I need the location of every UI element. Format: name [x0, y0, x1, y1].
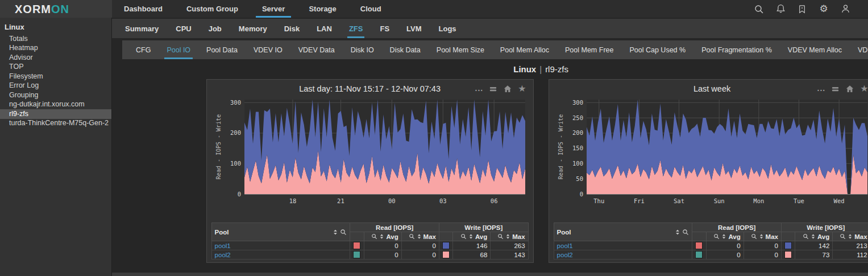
sidebar-item-top[interactable]: TOP [0, 63, 111, 72]
write-max-header[interactable]: Max [491, 232, 528, 241]
star-icon[interactable]: ★ [518, 84, 526, 93]
subnav-summary[interactable]: Summary [117, 19, 167, 38]
filter-search-icon[interactable] [371, 233, 377, 240]
sort-icon[interactable] [468, 233, 474, 240]
tab-vdev-mem-alloc[interactable]: VDEV Mem Alloc [780, 40, 850, 59]
read-avg-header[interactable]: Avg [364, 232, 401, 241]
tab-pool-mem-size[interactable]: Pool Mem Size [429, 40, 492, 59]
logo[interactable]: XORMON [0, 0, 112, 18]
tab-pool-fragmentation[interactable]: Pool Fragmentation % [693, 40, 780, 59]
pool2-link[interactable]: pool2 [554, 250, 692, 259]
sort-icon[interactable] [675, 229, 680, 236]
read-max-header[interactable]: Max [401, 232, 439, 241]
filter-search-icon[interactable] [460, 233, 467, 240]
read-max-value: 0 [401, 250, 439, 259]
write-avg-header[interactable]: Avg [453, 232, 491, 241]
write-avg-header[interactable]: Avg [795, 232, 833, 241]
more-icon[interactable]: ... [475, 87, 484, 90]
read-iops-group-header: Read [IOPS] [350, 223, 439, 232]
user-icon[interactable] [838, 2, 852, 16]
write-max-header[interactable]: Max [833, 232, 868, 241]
pool-column-header[interactable]: Pool [211, 223, 350, 241]
bell-icon[interactable] [774, 2, 787, 16]
sidebar-item-ng-dutkajr[interactable]: ng-dutkajr.int.xorux.com [0, 100, 111, 110]
subnav-zfs[interactable]: ZFS [340, 19, 372, 38]
chart2-plot[interactable]: 050100150200250300ThuFriSatSunMonTueWedR… [554, 96, 868, 219]
sidebar-item-totals[interactable]: Totals [0, 34, 111, 44]
gear-icon[interactable]: ⚙ [817, 2, 830, 16]
pool-column-header[interactable]: Pool [554, 223, 692, 241]
sidebar-item-error-log[interactable]: Error Log [0, 81, 111, 91]
sidebar-item-turda[interactable]: turda-ThinkCentre-M75q-Gen-2 [0, 119, 111, 129]
home-icon[interactable] [845, 84, 854, 93]
tab-pool-data[interactable]: Pool Data [198, 40, 246, 59]
tab-disk-io[interactable]: Disk IO [343, 40, 382, 59]
subnav-logs[interactable]: Logs [430, 19, 465, 38]
menu-icon[interactable] [831, 85, 840, 93]
read-avg-header[interactable]: Avg [706, 232, 744, 241]
filter-search-icon[interactable] [497, 233, 504, 240]
pool1-link[interactable]: pool1 [554, 241, 692, 250]
subnav-job[interactable]: Job [200, 19, 230, 38]
tab-vdev-io[interactable]: VDEV IO [246, 40, 290, 59]
menu-icon[interactable] [489, 85, 497, 93]
swatch-cell [781, 250, 795, 259]
topnav-storage[interactable]: Storage [297, 0, 348, 18]
filter-search-icon[interactable] [803, 233, 809, 240]
chart2-title: Last week [693, 84, 730, 93]
subnav-disk[interactable]: Disk [276, 19, 308, 38]
tab-cfg[interactable]: CFG [128, 40, 159, 59]
home-icon[interactable] [503, 84, 512, 93]
tab-pool-mem-alloc[interactable]: Pool Mem Alloc [492, 40, 557, 59]
filter-search-icon[interactable] [840, 233, 846, 240]
pool2-link[interactable]: pool2 [211, 250, 350, 259]
more-icon[interactable]: ... [817, 87, 826, 90]
pool1-link[interactable]: pool1 [211, 241, 350, 250]
topnav-cloud[interactable]: Cloud [348, 0, 393, 18]
subnav-memory[interactable]: Memory [230, 19, 276, 38]
tab-vdev-mem-free[interactable]: VDEV Mem Free [850, 40, 868, 59]
sort-icon[interactable] [417, 233, 422, 240]
sort-icon[interactable] [848, 233, 853, 240]
tab-pool-mem-free[interactable]: Pool Mem Free [557, 40, 621, 59]
svg-text:0: 0 [579, 191, 583, 197]
filter-search-icon[interactable] [340, 229, 347, 236]
sidebar-item-rl9-zfs[interactable]: rl9-zfs [0, 109, 111, 119]
bookmark-icon[interactable] [795, 2, 809, 16]
swatch-cell [692, 241, 706, 250]
sidebar-item-filesystem[interactable]: Filesystem [0, 72, 111, 81]
filter-search-icon[interactable] [713, 233, 720, 240]
search-icon[interactable] [752, 2, 766, 16]
sort-icon[interactable] [379, 233, 384, 240]
subnav-lan[interactable]: LAN [308, 19, 340, 38]
sort-icon[interactable] [505, 233, 510, 240]
chart1-plot[interactable]: 01002003001821000306Read - IOPS - Write [211, 96, 530, 219]
subnav-fs[interactable]: FS [371, 19, 398, 38]
topnav-custom-group[interactable]: Custom Group [175, 0, 250, 18]
tab-pool-cap-used[interactable]: Pool Cap Used % [621, 40, 693, 59]
filter-search-icon[interactable] [409, 233, 415, 240]
read-max-header[interactable]: Max [744, 232, 781, 241]
topnav-dashboard[interactable]: Dashboard [112, 0, 175, 18]
sort-icon[interactable] [333, 229, 338, 236]
tab-pool-io[interactable]: Pool IO [159, 40, 198, 59]
svg-text:Tue: Tue [794, 197, 804, 204]
subnav-cpu[interactable]: CPU [167, 19, 200, 38]
sort-icon[interactable] [759, 233, 764, 240]
write-iops-group-header: Write [IOPS] [439, 223, 528, 232]
star-icon[interactable]: ★ [860, 84, 868, 93]
subnav-lvm[interactable]: LVM [398, 19, 430, 38]
filter-search-icon[interactable] [682, 229, 689, 236]
tab-vdev-data[interactable]: VDEV Data [290, 40, 343, 59]
sidebar-item-grouping[interactable]: Grouping [0, 90, 111, 100]
sort-icon[interactable] [721, 233, 726, 240]
sort-icon[interactable] [811, 233, 816, 240]
write-swatch-header [781, 232, 795, 241]
sidebar-item-heatmap[interactable]: Heatmap [0, 44, 111, 53]
topnav-server[interactable]: Server [250, 0, 297, 18]
horizontal-scrollbar[interactable] [112, 273, 868, 276]
sidebar-item-advisor[interactable]: Advisor [0, 53, 111, 63]
tab-disk-data[interactable]: Disk Data [382, 40, 429, 59]
server-subnav: Summary CPU Job Memory Disk LAN ZFS FS L… [112, 18, 868, 38]
filter-search-icon[interactable] [751, 233, 757, 240]
